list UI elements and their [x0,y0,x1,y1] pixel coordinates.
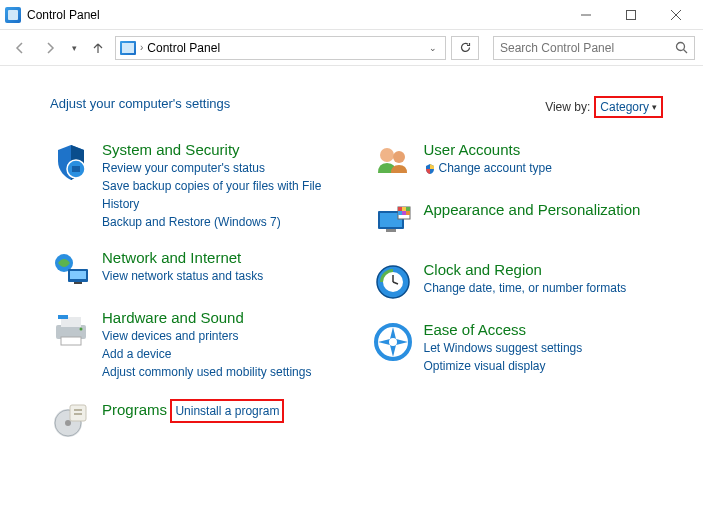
category-grid: System and Security Review your computer… [50,141,663,441]
back-button[interactable] [8,36,32,60]
svg-rect-1 [626,10,635,19]
svg-rect-29 [398,207,402,211]
category-system: System and Security Review your computer… [50,141,342,231]
refresh-button[interactable] [451,36,479,60]
link-optimize-visual[interactable]: Optimize visual display [424,357,664,375]
search-box[interactable] [493,36,695,60]
network-icon[interactable] [50,249,92,291]
search-input[interactable] [500,41,675,55]
up-button[interactable] [87,37,109,59]
programs-icon[interactable] [50,399,92,441]
category-appearance: Appearance and Personalization [372,201,664,243]
link-backup-restore[interactable]: Backup and Restore (Windows 7) [102,213,342,231]
viewby-dropdown[interactable]: Category [594,96,663,118]
link-review-status[interactable]: Review your computer's status [102,159,342,177]
category-title-users[interactable]: User Accounts [424,141,521,158]
titlebar: Control Panel [0,0,703,30]
svg-rect-22 [74,413,82,415]
close-button[interactable] [653,0,698,29]
svg-rect-14 [61,337,81,345]
svg-point-15 [80,328,83,331]
search-icon[interactable] [675,41,688,54]
link-change-account-type[interactable]: Change account type [424,159,664,177]
svg-rect-30 [402,207,406,211]
link-devices-printers[interactable]: View devices and printers [102,327,342,345]
link-suggest-settings[interactable]: Let Windows suggest settings [424,339,664,357]
svg-point-41 [389,338,397,346]
left-column: System and Security Review your computer… [50,141,342,441]
link-file-history[interactable]: Save backup copies of your files with Fi… [102,177,342,213]
svg-rect-16 [58,315,68,319]
ease-of-access-icon[interactable] [372,321,414,363]
svg-rect-31 [406,207,410,211]
svg-point-23 [380,148,394,162]
svg-rect-10 [70,271,86,279]
history-dropdown[interactable]: ▾ [68,43,81,53]
category-title-network[interactable]: Network and Internet [102,249,241,266]
svg-point-4 [677,43,685,51]
svg-rect-21 [74,409,82,411]
category-programs: Programs Uninstall a program [50,399,342,441]
printer-icon[interactable] [50,309,92,351]
category-title-hardware[interactable]: Hardware and Sound [102,309,244,326]
svg-point-24 [393,151,405,163]
minimize-button[interactable] [563,0,608,29]
svg-rect-27 [386,229,396,232]
uac-shield-icon [424,163,436,175]
addressbar[interactable]: › Control Panel ⌄ [115,36,446,60]
svg-rect-32 [398,211,402,215]
clock-icon[interactable] [372,261,414,303]
category-title-clock[interactable]: Clock and Region [424,261,542,278]
link-add-device[interactable]: Add a device [102,345,342,363]
addressbar-icon [120,41,136,55]
control-panel-icon [5,7,21,23]
breadcrumb-item[interactable]: Control Panel [147,41,220,55]
category-title-system[interactable]: System and Security [102,141,240,158]
svg-rect-7 [72,166,80,172]
category-title-appearance[interactable]: Appearance and Personalization [424,201,641,218]
svg-rect-34 [406,211,410,215]
category-ease: Ease of Access Let Windows suggest setti… [372,321,664,375]
category-title-programs[interactable]: Programs [102,401,167,418]
link-mobility-settings[interactable]: Adjust commonly used mobility settings [102,363,342,381]
navbar: ▾ › Control Panel ⌄ [0,30,703,66]
viewby-label: View by: [545,100,590,114]
svg-rect-33 [402,211,406,215]
maximize-button[interactable] [608,0,653,29]
category-network: Network and Internet View network status… [50,249,342,291]
shield-icon[interactable] [50,141,92,183]
svg-rect-11 [74,282,82,284]
viewby-selector: View by: Category [545,96,663,118]
svg-line-5 [684,50,688,54]
link-uninstall-program[interactable]: Uninstall a program [170,399,284,423]
window-title: Control Panel [27,8,563,22]
link-network-status[interactable]: View network status and tasks [102,267,342,285]
svg-point-19 [65,420,71,426]
category-title-ease[interactable]: Ease of Access [424,321,527,338]
addressbar-dropdown[interactable]: ⌄ [425,43,441,53]
forward-button[interactable] [38,36,62,60]
category-users: User Accounts Change account type [372,141,664,183]
window-controls [563,0,698,29]
link-date-time-formats[interactable]: Change date, time, or number formats [424,279,664,297]
right-column: User Accounts Change account type Appear… [372,141,664,441]
content-area: Adjust your computer's settings View by:… [0,66,703,461]
breadcrumb-separator: › [140,42,143,53]
users-icon[interactable] [372,141,414,183]
category-clock: Clock and Region Change date, time, or n… [372,261,664,303]
category-hardware: Hardware and Sound View devices and prin… [50,309,342,381]
appearance-icon[interactable] [372,201,414,243]
